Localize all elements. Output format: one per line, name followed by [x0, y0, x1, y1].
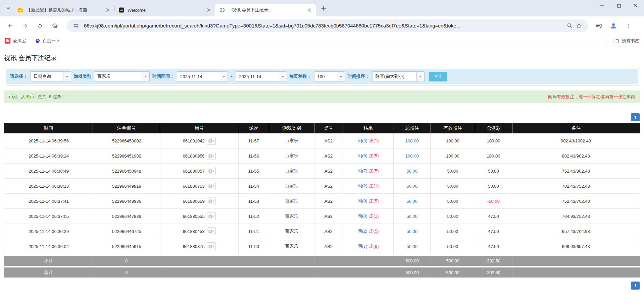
remark: 752.43/802.43 [512, 164, 640, 178]
table-header-cell: 总派彩 [475, 123, 512, 133]
filter-bar: 请选择： 日期查询 游戏类别 百家乐 时间区间： 2025-11-14 ~ 20… [6, 69, 638, 84]
profile-avatar-icon[interactable] [608, 21, 618, 31]
close-icon[interactable] [105, 7, 111, 13]
browser-tab-active[interactable]: :::视讯 会员下注纪录::: [215, 4, 316, 16]
result-banker: 庄(5) [369, 228, 379, 234]
result-banker: 庄(1) [369, 213, 379, 219]
close-icon[interactable] [306, 7, 312, 13]
sort-dropdown[interactable]: 降幂(由大到小) [372, 71, 425, 81]
payout: 47.50 [475, 209, 512, 224]
video-replay-icon[interactable] [207, 137, 216, 145]
tilde-separator: ~ [231, 74, 233, 79]
video-replay-icon[interactable] [207, 167, 216, 175]
session-no: 11-53 [239, 194, 269, 208]
chrome-action-icons [594, 21, 633, 31]
table-no: AS2 [314, 133, 343, 148]
total-bet-cell: 50.00 [394, 194, 431, 208]
table-header-cell: 游戏类别 [269, 123, 314, 133]
video-replay-icon[interactable] [207, 197, 216, 205]
chevron-down-icon[interactable] [220, 72, 228, 81]
all-bookmarks-button[interactable]: 所有书签 [606, 38, 639, 44]
valid-bet: 50.00 [431, 164, 475, 178]
tab-search-chevron-icon[interactable] [3, 3, 13, 13]
table-row: 2025-11-14 06:37:41 522966448936 6618806… [4, 194, 640, 209]
session-no: 11-50 [239, 239, 269, 254]
page-content: 视讯 会员下注纪录 请选择： 日期查询 游戏类别 百家乐 时间区间： 2025-… [0, 54, 644, 290]
table-body: 2025-11-14 06:39:56 522966453002 6618810… [4, 133, 640, 254]
bookmark-taobao[interactable]: 淘 爱淘宝 [5, 38, 26, 44]
chevron-down-icon[interactable] [279, 72, 287, 81]
table-no: AS2 [314, 194, 343, 208]
video-replay-icon[interactable] [207, 242, 216, 250]
total-bet-link[interactable]: 50.00 [406, 169, 417, 174]
chevron-down-icon[interactable] [142, 72, 149, 81]
total-bet-link[interactable]: 50.00 [406, 199, 417, 204]
total-bet-cell: 50.00 [394, 224, 431, 239]
select-label: 请选择： [10, 73, 28, 79]
search-button[interactable]: 查询 [429, 72, 447, 81]
video-replay-icon[interactable] [207, 212, 216, 220]
site-info-icon[interactable] [71, 21, 81, 30]
result-banker: 庄(1) [369, 183, 379, 189]
bet-id: 522966450948 [93, 164, 160, 178]
bet-id: 522966451982 [93, 148, 160, 163]
zoom-magnifier-icon[interactable] [565, 21, 574, 30]
page-1-button[interactable]: 1 [631, 113, 640, 121]
video-replay-icon[interactable] [207, 152, 216, 160]
home-icon[interactable] [49, 20, 60, 32]
date-to-dropdown[interactable]: 2025-11-14 [236, 71, 287, 81]
game-category: 百家乐 [269, 224, 314, 239]
game-category: 百家乐 [269, 164, 314, 178]
page-size-dropdown[interactable]: 100 [314, 71, 345, 81]
new-tab-button[interactable] [318, 3, 329, 13]
total-bet-link[interactable]: 50.00 [406, 214, 417, 219]
session-no: 11-52 [239, 209, 269, 224]
forward-icon[interactable] [19, 20, 31, 32]
bookmarks-divider [606, 38, 606, 44]
menu-kebab-icon[interactable] [623, 21, 633, 31]
table-row: 2025-11-14 06:38:49 522966450948 6618808… [4, 164, 640, 179]
chevron-down-icon[interactable] [63, 72, 71, 81]
table-header-cell: 场次 [238, 123, 269, 133]
total-bet-link[interactable]: 100.00 [405, 138, 419, 143]
total-valid-bet: 500.00 [431, 267, 476, 278]
total-bet-cell: 50.00 [394, 239, 431, 254]
page-1-button[interactable]: 1 [631, 282, 640, 290]
video-replay-icon[interactable] [207, 182, 216, 190]
back-icon[interactable] [5, 20, 16, 32]
round-cell: 661880555 [160, 209, 239, 224]
media-controls-icon[interactable] [594, 21, 604, 31]
table-header-row: 时间注单编号局号场次游戏类别桌号结果总投注有效投注总派彩备注 [4, 123, 640, 133]
browser-tab-1[interactable]: 【新提醒】杨雪儿的帖子 - 海燕 [13, 4, 114, 16]
table-header-cell: 备注 [512, 123, 640, 133]
table-no: AS2 [314, 239, 343, 254]
reload-icon[interactable] [34, 20, 46, 32]
date-from-dropdown[interactable]: 2025-11-14 [177, 71, 228, 81]
minimize-button[interactable] [594, 0, 610, 11]
url-bar[interactable]: 66cxkj98.com/ipl/portal.php/game/betreco… [66, 19, 588, 32]
chevron-down-icon[interactable] [337, 72, 345, 81]
result-cell: 闲(8) 庄(5) [343, 148, 394, 163]
chevron-down-icon[interactable] [416, 72, 424, 81]
bookmark-baidu[interactable]: 百度一下 [35, 38, 60, 44]
result-player: 闲(4) [358, 138, 367, 144]
video-replay-icon[interactable] [207, 227, 216, 235]
sort-value: 降幂(由大到小) [373, 72, 416, 81]
bookmark-star-icon[interactable] [574, 21, 584, 30]
window-controls [594, 0, 644, 11]
close-icon[interactable] [206, 7, 212, 13]
total-bet-link[interactable]: 50.00 [406, 229, 417, 234]
query-type-dropdown[interactable]: 日期查询 [30, 71, 71, 81]
total-bet-link[interactable]: 50.00 [406, 244, 417, 249]
url-text[interactable]: 66cxkj98.com/ipl/portal.php/game/betreco… [84, 23, 565, 28]
maximize-button[interactable] [610, 0, 627, 11]
payout: 50.00 [475, 179, 512, 193]
close-window-button[interactable] [627, 0, 644, 11]
game-type-dropdown[interactable]: 百家乐 [94, 71, 150, 81]
payout: 47.50 [475, 224, 512, 239]
payout: -50.00 [475, 194, 512, 208]
total-bet-link[interactable]: 100.00 [405, 154, 419, 159]
total-bet-link[interactable]: 50.00 [406, 184, 417, 189]
browser-tab-2[interactable]: Welcome [114, 4, 215, 16]
result-player: 闲(8) [358, 153, 367, 159]
